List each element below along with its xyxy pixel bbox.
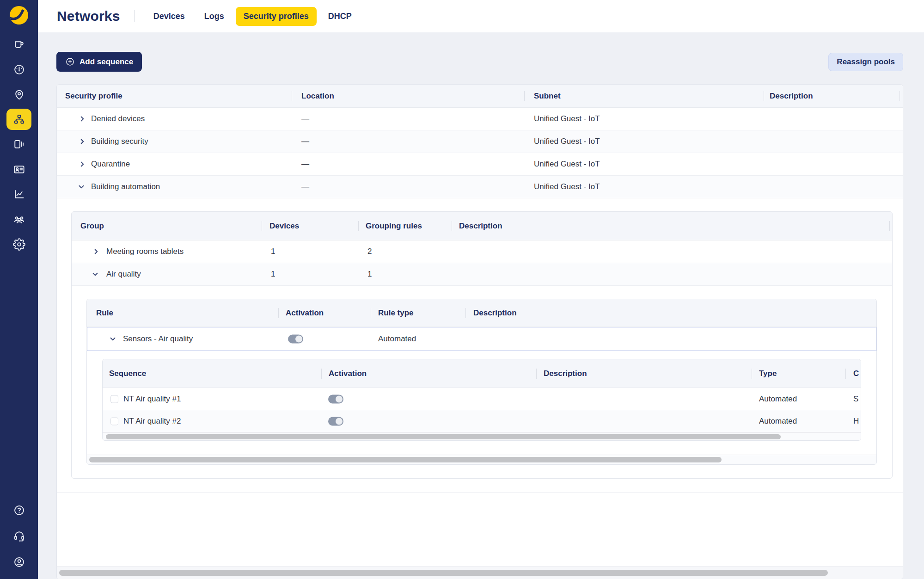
- reassign-pools-button[interactable]: Reassign pools: [828, 53, 903, 71]
- map-pin-icon[interactable]: [6, 84, 31, 105]
- activation-toggle[interactable]: [328, 417, 343, 425]
- profile-subnet: Unified Guest - IoT: [534, 182, 600, 191]
- column-divider: [321, 369, 322, 379]
- topbar: Networks Devices Logs Security profiles …: [38, 0, 924, 32]
- analytics-icon[interactable]: [6, 184, 31, 205]
- users-icon[interactable]: [6, 209, 31, 230]
- column-divider: [292, 91, 292, 101]
- table-row-denied-devices[interactable]: Denied devices — Unified Guest - IoT: [57, 108, 903, 130]
- column-header-description: Description: [459, 222, 502, 231]
- profiles-horizontal-scrollbar: [57, 566, 903, 579]
- chevron-right-icon[interactable]: [78, 115, 86, 123]
- sidebar-bottom-nav: [6, 499, 31, 573]
- column-header-description: Description: [770, 92, 813, 101]
- profile-location: —: [301, 114, 309, 123]
- cup-icon[interactable]: [6, 34, 31, 55]
- building-automation-expanded-section: Group Devices Grouping rules Description…: [57, 198, 903, 493]
- add-sequence-button[interactable]: Add sequence: [56, 52, 142, 72]
- column-header-sequence: Sequence: [109, 369, 146, 378]
- profile-name: Denied devices: [91, 114, 145, 123]
- table-row-nt-air-quality-1[interactable]: NT Air quality #1 Automated S: [103, 388, 861, 410]
- page-title: Networks: [57, 8, 120, 24]
- toolbar: Add sequence Reassign pools: [56, 52, 903, 72]
- column-header-security-profile: Security profile: [65, 92, 122, 101]
- column-divider: [764, 91, 764, 101]
- column-header-type: Type: [759, 369, 777, 378]
- sequence-name: NT Air quality #1: [123, 394, 181, 404]
- settings-icon[interactable]: [6, 234, 31, 255]
- column-header-description: Description: [473, 308, 517, 318]
- air-quality-expanded-section: Rule Activation Rule type Description: [72, 286, 892, 478]
- group-devices-count: 1: [271, 270, 275, 279]
- account-icon[interactable]: [6, 551, 31, 573]
- column-header-group: Group: [80, 222, 104, 231]
- security-profiles-table: Security profile Location Subnet Descrip…: [56, 84, 903, 579]
- table-row-sensors-air-quality[interactable]: Sensors - Air quality Automated: [87, 327, 876, 351]
- profile-location: —: [301, 182, 309, 191]
- column-divider: [524, 91, 525, 101]
- gauge-icon[interactable]: [6, 59, 31, 80]
- table-row-meeting-rooms-tablets[interactable]: Meeting rooms tablets 1 2: [72, 240, 892, 263]
- chevron-right-icon[interactable]: [78, 137, 86, 146]
- chevron-right-icon[interactable]: [92, 247, 100, 256]
- table-row-nt-air-quality-2[interactable]: NT Air quality #2 Automated H: [103, 410, 861, 432]
- rooms-icon[interactable]: [6, 134, 31, 155]
- badge-icon[interactable]: [6, 159, 31, 180]
- chevron-right-icon[interactable]: [78, 160, 86, 168]
- network-icon[interactable]: [6, 109, 31, 130]
- activation-toggle[interactable]: [328, 394, 343, 403]
- sidebar: [0, 0, 38, 579]
- sequences-table: Sequence Activation Description Type: [102, 359, 861, 441]
- profile-name: Quarantine: [91, 160, 130, 169]
- tab-dhcp[interactable]: DHCP: [320, 7, 360, 26]
- column-header-rule: Rule: [96, 308, 113, 318]
- support-headset-icon[interactable]: [6, 525, 31, 547]
- rules-header-row: Rule Activation Rule type Description: [87, 299, 876, 327]
- sequence-type: Automated: [759, 417, 797, 426]
- table-row-air-quality[interactable]: Air quality 1 1: [72, 263, 892, 286]
- table-row-quarantine[interactable]: Quarantine — Unified Guest - IoT: [57, 153, 903, 176]
- card-empty-area: [57, 493, 903, 566]
- add-sequence-label: Add sequence: [80, 57, 133, 67]
- scrollbar-thumb[interactable]: [89, 457, 722, 462]
- activation-toggle[interactable]: [288, 334, 303, 343]
- profile-name: Building security: [91, 137, 148, 146]
- profile-subnet: Unified Guest - IoT: [534, 160, 600, 169]
- groups-header-row: Group Devices Grouping rules Description: [72, 212, 892, 240]
- sequence-name: NT Air quality #2: [123, 417, 181, 426]
- column-divider: [752, 369, 752, 379]
- row-checkbox[interactable]: [110, 417, 118, 425]
- rules-horizontal-scrollbar: [87, 455, 876, 464]
- chevron-down-icon[interactable]: [77, 183, 86, 191]
- chevron-down-icon[interactable]: [91, 270, 99, 278]
- sequence-type: Automated: [759, 394, 797, 404]
- sidebar-nav: [6, 34, 31, 255]
- group-devices-count: 1: [271, 247, 275, 256]
- column-header-clipped: C: [853, 369, 859, 378]
- chevron-down-icon[interactable]: [109, 335, 117, 343]
- rule-type: Automated: [378, 334, 416, 344]
- rules-table: Rule Activation Rule type Description: [86, 299, 877, 465]
- brand-logo-icon[interactable]: [8, 4, 30, 26]
- column-divider: [889, 221, 890, 231]
- row-checkbox[interactable]: [110, 395, 118, 403]
- table-row-building-security[interactable]: Building security — Unified Guest - IoT: [57, 130, 903, 153]
- groups-table: Group Devices Grouping rules Description…: [71, 211, 893, 479]
- tab-security-profiles[interactable]: Security profiles: [236, 7, 317, 26]
- column-divider: [536, 369, 537, 379]
- help-icon[interactable]: [6, 499, 31, 521]
- profiles-header-row: Security profile Location Subnet Descrip…: [57, 85, 903, 108]
- column-header-activation: Activation: [329, 369, 367, 378]
- sequences-header-row: Sequence Activation Description Type: [103, 359, 861, 388]
- group-rules-count: 1: [367, 270, 372, 279]
- rule-name: Sensors - Air quality: [123, 334, 193, 344]
- scrollbar-thumb[interactable]: [106, 434, 781, 439]
- scrollbar-thumb[interactable]: [59, 570, 828, 576]
- column-header-activation: Activation: [286, 308, 324, 318]
- title-divider: [134, 10, 135, 22]
- profile-subnet: Unified Guest - IoT: [534, 114, 600, 123]
- tab-devices[interactable]: Devices: [146, 7, 193, 26]
- sensors-expanded-section: Sequence Activation Description Type: [87, 351, 876, 455]
- table-row-building-automation[interactable]: Building automation — Unified Guest - Io…: [57, 176, 903, 198]
- tab-logs[interactable]: Logs: [196, 7, 232, 26]
